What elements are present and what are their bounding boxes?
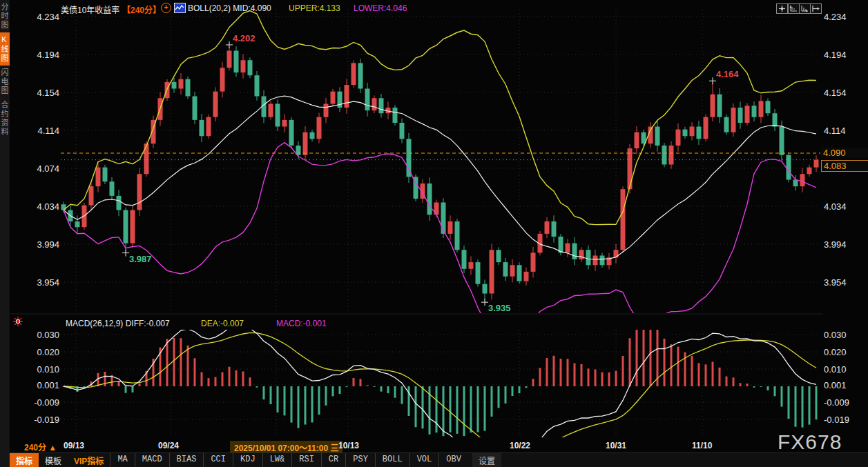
- scale-left-icon[interactable]: [788, 3, 800, 14]
- macd-axis-label: -0.019: [28, 415, 59, 425]
- axis-label: 4.154: [28, 88, 59, 98]
- boll-upper-label: UPPER:4.133: [289, 3, 340, 13]
- left-sidebar: 分时图 K线图 闪电图 合约资料: [0, 0, 10, 467]
- axis-label: 4.234: [824, 12, 847, 22]
- axis-label: 3.954: [824, 277, 847, 288]
- indicator-vol[interactable]: VOL: [409, 453, 439, 467]
- tab-vip-indicators[interactable]: VIP指标: [68, 453, 110, 467]
- axis-label: 4.234: [28, 12, 59, 22]
- date-tick: 11/10: [692, 441, 712, 450]
- svg-text:4.202: 4.202: [233, 33, 255, 43]
- boll-mid-label: BOLL(20,2) MID:4.090: [188, 3, 271, 13]
- boll-lower-label: LOWER:4.046: [354, 3, 407, 13]
- indicator-obv[interactable]: OBV: [438, 453, 468, 467]
- svg-text:4.164: 4.164: [716, 69, 739, 79]
- indicator-rsi[interactable]: RSI: [291, 453, 321, 467]
- date-tick: 10/22: [510, 441, 530, 450]
- axis-label: 4.114: [824, 126, 846, 136]
- date-tick: 10/31: [606, 441, 626, 450]
- date-tick: 10/13: [338, 441, 359, 450]
- last-price-tag: 4.083: [821, 160, 868, 172]
- alert-icon[interactable]: [13, 317, 23, 326]
- sidebar-tab-kline[interactable]: K线图: [0, 32, 10, 66]
- indicator-psy[interactable]: PSY: [345, 453, 375, 467]
- zoom-plus-icon[interactable]: +: [161, 3, 171, 13]
- sidebar-tab-contract-info[interactable]: 合约资料: [0, 98, 10, 139]
- settings-button[interactable]: 设置: [472, 453, 501, 467]
- svg-text:3.987: 3.987: [129, 254, 152, 264]
- macd-axis-label: 0.001: [824, 380, 847, 390]
- indicator-kdj[interactable]: KDJ: [233, 453, 262, 467]
- indicator-macd[interactable]: MACD: [135, 453, 169, 467]
- macd-axis-label: -0.019: [824, 415, 849, 425]
- axis-label: 3.994: [824, 239, 847, 250]
- scale-right-icon[interactable]: [799, 3, 811, 14]
- chart-type-icon[interactable]: [174, 3, 186, 13]
- macd-params-label: MACD(26,12,9) DIFF:-0.007: [66, 319, 170, 328]
- indicator-cci[interactable]: CCI: [203, 453, 233, 467]
- axis-label: 4.034: [28, 201, 59, 212]
- indicator-toolbar: 指标 模板 VIP指标 MA MACD BIAS CCI KDJ LW& RSI…: [10, 453, 868, 467]
- axis-label: 3.994: [28, 239, 59, 250]
- axis-label: 4.194: [824, 50, 847, 60]
- macd-value-label: MACD:-0.001: [276, 319, 327, 328]
- macd-dea-label: DEA:-0.007: [201, 319, 244, 328]
- indicator-boll[interactable]: BOLL: [375, 453, 409, 467]
- sidebar-tab-lightning[interactable]: 闪电图: [0, 66, 10, 98]
- macd-axis-label: 0.030: [824, 330, 847, 340]
- sidebar-tab-timeline[interactable]: 分时图: [0, 0, 10, 32]
- indicator-ma[interactable]: MA: [110, 453, 134, 467]
- indicator-bias[interactable]: BIAS: [169, 453, 204, 467]
- period-tag[interactable]: 【240分】: [122, 3, 161, 15]
- crosshair-move-icon[interactable]: [776, 3, 788, 14]
- axis-label: 4.154: [824, 88, 847, 98]
- candlestick-chart[interactable]: 3.9874.2023.9354.164: [0, 0, 868, 467]
- macd-axis-label: 0.020: [28, 347, 59, 357]
- macd-axis-label: 0.010: [824, 364, 847, 375]
- watermark-logo: FX678: [778, 430, 842, 454]
- tab-templates[interactable]: 模板: [39, 453, 68, 467]
- symbol-title: 美债10年收益率: [61, 3, 119, 15]
- chart-application: 3.9874.2023.9354.164 分时图 K线图 闪电图 合约资料 美债…: [0, 0, 868, 467]
- axis-label: 4.194: [28, 50, 59, 60]
- indicator-lwr[interactable]: LW&: [262, 453, 292, 467]
- macd-axis-label: 0.001: [28, 380, 59, 390]
- axis-label: 4.074: [28, 163, 59, 174]
- macd-axis-label: -0.009: [824, 397, 849, 408]
- period-selector[interactable]: 240分 ▲: [24, 441, 57, 453]
- pan-right-icon[interactable]: [810, 3, 822, 14]
- axis-label: 4.034: [824, 201, 847, 212]
- macd-axis-label: 0.030: [28, 330, 59, 340]
- macd-axis-label: 0.020: [824, 347, 847, 357]
- date-tick: 09/24: [158, 441, 179, 450]
- macd-axis-label: 0.010: [28, 364, 59, 375]
- axis-label: 3.954: [28, 277, 59, 288]
- macd-axis-label: -0.009: [28, 397, 59, 408]
- indicator-cr[interactable]: CR: [321, 453, 345, 467]
- date-tick: 09/13: [64, 441, 84, 450]
- mid-price-tag: 4.090: [821, 148, 868, 158]
- tab-indicators[interactable]: 指标: [10, 453, 39, 467]
- axis-label: 4.114: [28, 126, 59, 136]
- svg-text:3.935: 3.935: [488, 303, 511, 313]
